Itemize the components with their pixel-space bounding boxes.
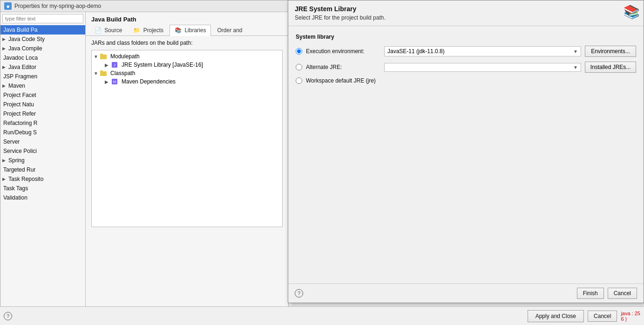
svg-text:J: J — [114, 63, 115, 67]
alternate-jre-radio[interactable] — [296, 64, 302, 70]
tab-order-export[interactable]: Order and — [212, 25, 247, 35]
sidebar: Java Build Pa ▶ Java Code Sty ▶ Java Com… — [0, 12, 86, 325]
classpath-children: ▶ M Maven Dependencies — [94, 77, 280, 86]
main-title: Java Build Path — [91, 16, 136, 23]
sidebar-label: Project Natu — [3, 101, 34, 108]
build-path-tree: ▼ Modulepath ▶ — [91, 50, 283, 227]
sidebar-label: Server — [3, 138, 20, 145]
modulepath-children: ▶ J JRE System Library [JavaSE-16] — [94, 61, 280, 69]
execution-environment-row: Execution environment: JavaSE-11 (jdk-11… — [296, 46, 636, 57]
tab-source[interactable]: 📄 Source — [89, 25, 127, 35]
sidebar-label: Java Code Sty — [8, 36, 45, 42]
properties-title: Properties for my-spring-aop-demo — [14, 3, 101, 9]
tree-node-modulepath[interactable]: ▼ Modulepath — [94, 52, 280, 61]
jre-dialog-footer: ? Finish Cancel — [288, 284, 644, 303]
build-path-label: JARs and class folders on the build path… — [91, 40, 283, 46]
sidebar-item-validation[interactable]: Validation — [0, 193, 85, 202]
modulepath-label: Modulepath — [110, 53, 140, 60]
sidebar-label: Refactoring R — [3, 120, 37, 126]
sidebar-item-project-nature[interactable]: Project Natu — [0, 100, 85, 109]
expand-icon-maven: ▶ — [105, 79, 111, 84]
tab-libraries[interactable]: 📚 Libraries — [169, 25, 211, 36]
tree-node-jre[interactable]: ▶ J JRE System Library [JavaSE-16] — [105, 61, 280, 69]
sidebar-item-project-refer[interactable]: Project Refer — [0, 109, 85, 118]
sidebar-label: Project Facet — [3, 92, 36, 98]
projects-tab-icon: 📁 — [133, 27, 140, 34]
expand-arrow: ▶ — [2, 177, 6, 181]
code-position-text: java : 256 ) — [621, 311, 640, 322]
sidebar-item-java-code-style[interactable]: ▶ Java Code Sty — [0, 35, 85, 44]
execution-environment-radio[interactable] — [296, 48, 302, 55]
sidebar-label: Validation — [3, 194, 27, 201]
source-tab-icon: 📄 — [95, 27, 102, 34]
tab-order-label: Order and — [217, 27, 242, 34]
jre-dialog: JRE System Library Select JRE for the pr… — [288, 0, 644, 303]
sidebar-item-java-compiler[interactable]: ▶ Java Compile — [0, 44, 85, 53]
filter-input[interactable] — [2, 14, 83, 23]
sidebar-item-maven[interactable]: ▶ Maven — [0, 81, 85, 90]
execution-environment-dropdown[interactable]: JavaSE-11 (jdk-11.0.8) ▼ — [384, 46, 581, 56]
sidebar-item-project-facet[interactable]: Project Facet — [0, 90, 85, 100]
sidebar-item-targeted-runtimes[interactable]: Targeted Rur — [0, 165, 85, 174]
sidebar-item-server[interactable]: Server — [0, 137, 85, 146]
build-path-content: JARs and class folders on the build path… — [86, 36, 288, 325]
workspace-default-label: Workspace default JRE (jre) — [306, 77, 380, 84]
installed-jres-button[interactable]: Installed JREs... — [585, 62, 636, 73]
sidebar-item-refactoring[interactable]: Refactoring R — [0, 118, 85, 128]
svg-rect-1 — [100, 54, 103, 55]
sidebar-item-javadoc[interactable]: Javadoc Loca — [0, 53, 85, 62]
dropdown-arrow-icon: ▼ — [573, 49, 578, 54]
sidebar-item-task-repos[interactable]: ▶ Task Reposito — [0, 174, 85, 184]
jre-cancel-button[interactable]: Cancel — [608, 288, 637, 299]
expand-arrow: ▶ — [2, 83, 6, 88]
sidebar-item-jsp-fragment[interactable]: JSP Fragmen — [0, 72, 85, 81]
svg-rect-5 — [100, 70, 103, 72]
classpath-label: Classpath — [110, 70, 135, 76]
sidebar-item-run-debug[interactable]: Run/Debug S — [0, 128, 85, 137]
properties-icon: ■ — [4, 2, 12, 10]
sidebar-item-service-policies[interactable]: Service Polici — [0, 146, 85, 156]
sidebar-list: Java Build Pa ▶ Java Code Sty ▶ Java Com… — [0, 25, 85, 325]
sidebar-label: Task Reposito — [8, 176, 43, 182]
system-library-label: System library — [296, 34, 636, 40]
jre-dialog-subtitle: Select JRE for the project build path. — [295, 14, 637, 21]
tab-projects[interactable]: 📁 Projects — [128, 25, 169, 35]
sidebar-item-java-editor[interactable]: ▶ Java Editor — [0, 62, 85, 72]
sidebar-label: Spring — [8, 157, 25, 164]
tab-projects-label: Projects — [143, 27, 163, 34]
jre-footer-left: ? — [295, 289, 573, 297]
classpath-folder-icon — [100, 70, 108, 76]
bottom-cancel-button[interactable]: Cancel — [588, 311, 617, 322]
tabs-bar: 📄 Source 📁 Projects 📚 Libraries Order an… — [86, 25, 288, 36]
workspace-default-radio[interactable] — [296, 77, 302, 84]
sidebar-label: Run/Debug S — [3, 129, 37, 136]
properties-window: ■ Properties for my-spring-aop-demo Java… — [0, 0, 289, 325]
sidebar-label: Service Polici — [3, 148, 37, 154]
expand-arrow: ▶ — [2, 37, 6, 41]
sidebar-item-task-tags[interactable]: Task Tags — [0, 184, 85, 193]
sidebar-label: Java Compile — [8, 45, 42, 52]
bottom-help-button[interactable]: ? — [4, 312, 12, 320]
environments-button[interactable]: Environments... — [585, 46, 636, 57]
tree-node-maven-deps[interactable]: ▶ M Maven Dependencies — [105, 77, 280, 86]
sidebar-label: Task Tags — [3, 185, 28, 192]
folder-icon — [100, 53, 108, 60]
jre-help-button[interactable]: ? — [295, 289, 303, 297]
alternate-jre-dropdown[interactable]: ▼ — [384, 63, 581, 72]
bottom-bar: ? Apply and Close Cancel java : 256 ) — [0, 306, 644, 325]
sidebar-item-spring[interactable]: ▶ Spring — [0, 156, 85, 165]
apply-close-button[interactable]: Apply and Close — [528, 310, 584, 322]
sidebar-label: Project Refer — [3, 111, 36, 117]
tree-node-classpath[interactable]: ▼ Classpath — [94, 69, 280, 77]
libraries-tab-icon: 📚 — [175, 27, 182, 34]
sidebar-item-java-build-path[interactable]: Java Build Pa — [0, 25, 85, 35]
sidebar-label: Java Editor — [8, 64, 36, 70]
dropdown-arrow-icon-2: ▼ — [573, 65, 578, 70]
alternate-jre-label: Alternate JRE: — [306, 64, 380, 70]
main-header: Java Build Path — [86, 12, 288, 25]
finish-button[interactable]: Finish — [577, 288, 604, 299]
expand-icon-jre: ▶ — [105, 62, 111, 68]
sidebar-label: JSP Fragmen — [3, 73, 37, 80]
expand-arrow: ▶ — [2, 46, 6, 51]
expand-arrow: ▶ — [2, 65, 6, 69]
